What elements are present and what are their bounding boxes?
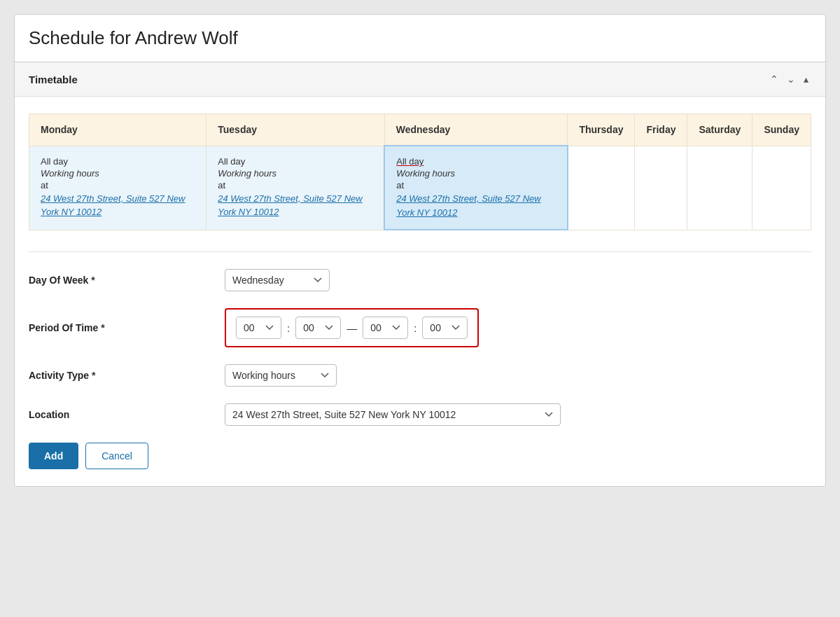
col-saturday: Saturday bbox=[687, 114, 752, 146]
form-section: Day Of Week * Monday Tuesday Wednesday T… bbox=[29, 251, 811, 469]
col-wednesday: Wednesday bbox=[384, 114, 568, 146]
cell-thursday bbox=[568, 146, 635, 230]
collapse-down-button[interactable]: ⌄ bbox=[784, 72, 798, 86]
page-title: Schedule for Andrew Wolf bbox=[29, 27, 811, 49]
period-wrapper: 00 01020304 05060708 09101112 13141516 1… bbox=[225, 308, 479, 347]
wednesday-allday: All day bbox=[396, 156, 556, 167]
monday-at: at bbox=[41, 180, 195, 190]
period-control: 00 01020304 05060708 09101112 13141516 1… bbox=[225, 308, 811, 347]
colon-2: : bbox=[411, 322, 419, 334]
period-end-hour-select[interactable]: 00 01020304 05060708 09101112 13141516 1… bbox=[363, 317, 408, 339]
activity-type-row: Activity Type * Working hours On call Br… bbox=[29, 364, 811, 387]
wednesday-location-link[interactable]: 24 West 27th Street, Suite 527 New York … bbox=[396, 192, 556, 219]
cell-friday bbox=[635, 146, 687, 230]
content-area: Monday Tuesday Wednesday Thursday Friday… bbox=[15, 97, 825, 486]
period-inner: 00 01020304 05060708 09101112 13141516 1… bbox=[236, 317, 468, 339]
col-thursday: Thursday bbox=[568, 114, 635, 146]
col-tuesday: Tuesday bbox=[206, 114, 385, 146]
period-start-min-select[interactable]: 00 05101520 25303540 455055 bbox=[295, 317, 341, 339]
wednesday-at: at bbox=[396, 180, 556, 190]
main-container: Schedule for Andrew Wolf Timetable ⌃ ⌄ ▴… bbox=[14, 14, 826, 487]
period-end-min-select[interactable]: 00 05101520 25303540 455055 bbox=[422, 317, 468, 339]
tuesday-at: at bbox=[218, 180, 372, 190]
col-friday: Friday bbox=[635, 114, 687, 146]
expand-button[interactable]: ▴ bbox=[801, 72, 811, 86]
activity-type-select[interactable]: Working hours On call Break bbox=[225, 364, 337, 387]
cell-wednesday: All day Working hours at 24 West 27th St… bbox=[384, 146, 568, 230]
wednesday-working: Working hours bbox=[396, 168, 556, 179]
day-of-week-select[interactable]: Monday Tuesday Wednesday Thursday Friday… bbox=[225, 269, 330, 291]
col-monday: Monday bbox=[29, 114, 206, 146]
button-row: Add Cancel bbox=[29, 443, 811, 469]
timetable: Monday Tuesday Wednesday Thursday Friday… bbox=[29, 113, 811, 230]
period-label: Period Of Time * bbox=[29, 322, 225, 333]
cell-monday: All day Working hours at 24 West 27th St… bbox=[29, 146, 206, 230]
tuesday-working: Working hours bbox=[218, 168, 372, 179]
tuesday-location-link[interactable]: 24 West 27th Street, Suite 527 New York … bbox=[218, 192, 372, 219]
monday-working: Working hours bbox=[41, 168, 195, 179]
collapse-up-button[interactable]: ⌃ bbox=[767, 72, 781, 86]
col-sunday: Sunday bbox=[752, 114, 811, 146]
cell-sunday bbox=[752, 146, 811, 230]
colon-1: : bbox=[284, 322, 293, 334]
period-of-time-row: Period Of Time * 00 01020304 05060708 09… bbox=[29, 308, 811, 347]
section-header: Timetable ⌃ ⌄ ▴ bbox=[15, 62, 825, 97]
period-start-hour-select[interactable]: 00 01020304 05060708 09101112 13141516 1… bbox=[236, 317, 281, 339]
dash: — bbox=[344, 322, 360, 334]
day-of-week-control: Monday Tuesday Wednesday Thursday Friday… bbox=[225, 269, 811, 291]
day-of-week-label: Day Of Week * bbox=[29, 275, 225, 286]
location-control: 24 West 27th Street, Suite 527 New York … bbox=[225, 403, 811, 426]
location-row: Location 24 West 27th Street, Suite 527 … bbox=[29, 403, 811, 426]
activity-label: Activity Type * bbox=[29, 370, 225, 381]
cancel-button[interactable]: Cancel bbox=[85, 443, 148, 469]
page-title-bar: Schedule for Andrew Wolf bbox=[15, 15, 825, 62]
location-select[interactable]: 24 West 27th Street, Suite 527 New York … bbox=[225, 403, 561, 426]
cell-tuesday: All day Working hours at 24 West 27th St… bbox=[206, 146, 385, 230]
tuesday-allday: All day bbox=[218, 156, 372, 167]
section-controls: ⌃ ⌄ ▴ bbox=[767, 72, 811, 86]
add-button[interactable]: Add bbox=[29, 443, 78, 469]
monday-location-link[interactable]: 24 West 27th Street, Suite 527 New York … bbox=[41, 192, 195, 219]
section-title: Timetable bbox=[29, 74, 78, 85]
monday-allday: All day bbox=[41, 156, 195, 167]
activity-control: Working hours On call Break bbox=[225, 364, 811, 387]
cell-saturday bbox=[687, 146, 752, 230]
location-label: Location bbox=[29, 409, 225, 420]
day-of-week-row: Day Of Week * Monday Tuesday Wednesday T… bbox=[29, 269, 811, 291]
